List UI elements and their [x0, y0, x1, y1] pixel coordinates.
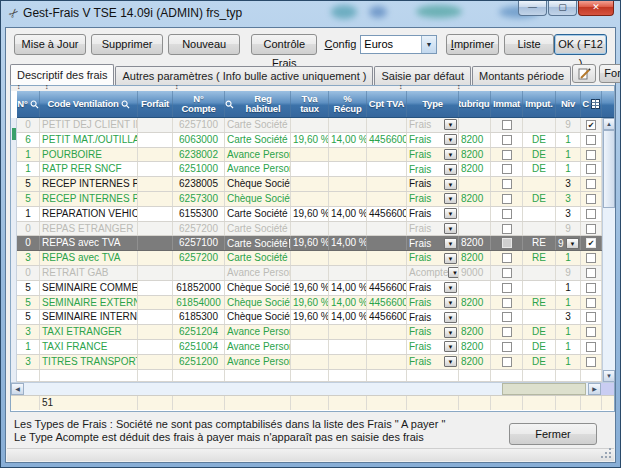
cell-imput[interactable]	[523, 207, 556, 221]
cell-n[interactable]: 1	[17, 162, 40, 176]
dropdown-button[interactable]: ▼	[444, 297, 457, 308]
dropdown-button[interactable]: ▼	[444, 253, 457, 264]
cell-imput[interactable]	[523, 118, 556, 132]
cell-c[interactable]	[581, 207, 602, 221]
dropdown-button[interactable]: ▼	[444, 327, 457, 338]
c-checkbox[interactable]	[586, 224, 596, 234]
forfaits-par-categorie-button[interactable]: Forfaits par Catégorie	[599, 64, 621, 83]
imprimer-button[interactable]: Imprimer	[446, 34, 499, 55]
dropdown-button[interactable]: ▼	[444, 119, 457, 130]
cell-c[interactable]	[581, 281, 602, 295]
cell-reg[interactable]: Chèque Société	[225, 296, 291, 310]
cell-immat[interactable]	[491, 207, 523, 221]
cell-niv[interactable]: 3	[556, 177, 581, 191]
cell-rubrique[interactable]: 8200	[459, 296, 491, 310]
cell-type[interactable]: Frais▼	[407, 222, 459, 236]
cell-recup[interactable]	[329, 222, 367, 236]
cell-code[interactable]: REPAS avec TVA	[40, 236, 138, 250]
cell-rubrique[interactable]	[459, 222, 491, 236]
column-splitter-icon[interactable]: ↕	[457, 83, 461, 90]
cell-immat[interactable]	[491, 310, 523, 324]
c-checkbox[interactable]	[586, 164, 596, 174]
immat-checkbox[interactable]	[502, 283, 512, 293]
cell-cpt[interactable]	[367, 192, 407, 206]
c-checkbox[interactable]	[586, 357, 596, 367]
cell-code[interactable]: REPARATION VEHICUL	[40, 207, 138, 221]
cell-c[interactable]	[581, 192, 602, 206]
cell-tva[interactable]: 19,60 %	[291, 281, 329, 295]
cell-reg[interactable]: Avance Personr	[225, 148, 291, 162]
column-splitter-icon[interactable]: ↕	[399, 83, 403, 90]
cell-code[interactable]: RATP RER SNCF	[40, 162, 138, 176]
cell-compte[interactable]: 6238002	[173, 148, 225, 162]
cell-immat[interactable]	[491, 118, 523, 132]
c-checkbox[interactable]	[586, 283, 596, 293]
cell-recup[interactable]	[329, 118, 367, 132]
cell-rubrique[interactable]	[459, 207, 491, 221]
cell-compte[interactable]: 6238005	[173, 177, 225, 191]
cell-cpt[interactable]	[367, 325, 407, 339]
cell-code[interactable]: REPAS avec TVA	[40, 251, 138, 265]
cell-tva[interactable]	[291, 177, 329, 191]
c-checkbox[interactable]	[586, 342, 596, 352]
cell-tva[interactable]: 19,60 %	[291, 296, 329, 310]
cell-type[interactable]: Frais▼	[407, 296, 459, 310]
cell-reg[interactable]: Chèque Société	[225, 281, 291, 295]
cell-immat[interactable]	[491, 133, 523, 147]
cell-imput[interactable]	[523, 177, 556, 191]
cell-c[interactable]	[581, 325, 602, 339]
immat-checkbox[interactable]	[502, 298, 512, 308]
dropdown-button[interactable]: ▼	[444, 193, 457, 204]
cell-recup[interactable]: 14,00 %	[329, 310, 367, 324]
cell-recup[interactable]	[329, 148, 367, 162]
cell-compte[interactable]: 6257300	[173, 192, 225, 206]
cell-forfait[interactable]	[138, 325, 173, 339]
cell-immat[interactable]	[491, 222, 523, 236]
cell-cpt[interactable]	[367, 162, 407, 176]
column-header-recup[interactable]: %Récup	[329, 91, 367, 117]
cell-compte[interactable]: 6251004	[173, 340, 225, 354]
column-header-niv[interactable]: Niv	[556, 91, 581, 117]
cell-type[interactable]: Frais▼	[407, 118, 459, 132]
cell-compte[interactable]: 6257100	[173, 118, 225, 132]
horizontal-scroll-track[interactable]	[24, 383, 588, 395]
cell-imput[interactable]: RE	[523, 296, 556, 310]
cell-n[interactable]: 3	[17, 251, 40, 265]
column-splitter-icon[interactable]: ↕	[175, 83, 179, 90]
scroll-up-button[interactable]: ▲	[603, 118, 615, 130]
immat-checkbox[interactable]	[502, 238, 512, 248]
table-row[interactable]: 0RETRAIT GABAvance PersonrAcompte▼90009	[17, 266, 602, 281]
immat-checkbox[interactable]	[502, 120, 512, 130]
cell-forfait[interactable]	[138, 236, 173, 250]
cell-niv[interactable]: 1	[556, 133, 581, 147]
cell-immat[interactable]	[491, 325, 523, 339]
dropdown-button[interactable]: ▼	[444, 312, 457, 323]
cell-reg[interactable]: Avance Personr	[225, 340, 291, 354]
cell-c[interactable]	[581, 355, 602, 369]
cell-recup[interactable]: 14,00 %	[329, 296, 367, 310]
cell-niv[interactable]: 3	[556, 192, 581, 206]
table-row[interactable]: 0PETIT DEJ CLIENT INV6257100Carte Sociét…	[17, 118, 602, 133]
cell-c[interactable]	[581, 266, 602, 280]
cell-rubrique[interactable]: 8200	[459, 162, 491, 176]
cell-tva[interactable]	[291, 340, 329, 354]
edit-forfaits-icon-button[interactable]	[572, 64, 596, 83]
cell-reg[interactable]: Chèque Société	[225, 310, 291, 324]
dropdown-button[interactable]: ▼	[444, 208, 457, 219]
cell-tva[interactable]: 19,60 %	[291, 133, 329, 147]
c-checkbox[interactable]	[586, 179, 596, 189]
cell-rubrique[interactable]: 9000	[459, 266, 491, 280]
cell-rubrique[interactable]: 8200	[459, 251, 491, 265]
cell-imput[interactable]	[523, 281, 556, 295]
cell-tva[interactable]	[291, 192, 329, 206]
cell-compte[interactable]: 6251200	[173, 355, 225, 369]
cell-rubrique[interactable]: 8200	[459, 325, 491, 339]
cell-niv[interactable]: 1	[556, 251, 581, 265]
minimize-button[interactable]: —	[518, 1, 547, 16]
c-checkbox[interactable]	[586, 312, 596, 322]
column-header-code[interactable]: Code Ventilation	[40, 91, 138, 117]
cell-cpt[interactable]	[367, 148, 407, 162]
immat-checkbox[interactable]	[502, 194, 512, 204]
cell-c[interactable]: ✔	[581, 118, 602, 132]
cell-imput[interactable]: DE	[523, 340, 556, 354]
